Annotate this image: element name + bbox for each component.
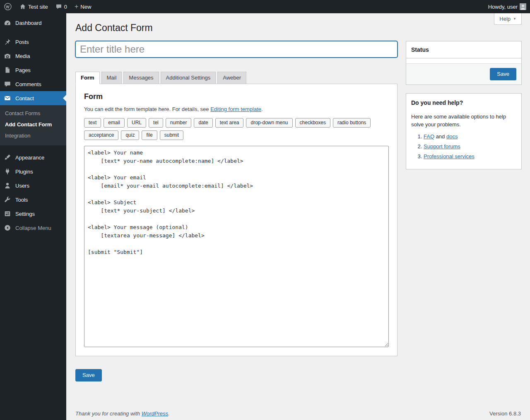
admin-sidebar: Dashboard Posts Media: [0, 13, 66, 420]
tab-aweber[interactable]: Aweber: [217, 72, 246, 84]
sidebar-item-label: Plugins: [15, 169, 33, 175]
user-icon: [3, 181, 12, 190]
sidebar-item-pages[interactable]: Pages: [0, 63, 66, 77]
help-list-item-text: and: [434, 133, 446, 140]
site-name-label: Test site: [28, 4, 48, 10]
sidebar-item-comments[interactable]: Comments: [0, 77, 66, 91]
tab-mail[interactable]: Mail: [101, 72, 122, 84]
home-icon: [19, 3, 26, 10]
howdy-label: Howdy, user: [488, 4, 518, 10]
faq-link[interactable]: FAQ: [424, 133, 434, 140]
admin-bar: Test site 0 + New Howdy, user: [0, 0, 530, 13]
form-panel-description: You can edit the form template here. For…: [84, 106, 389, 112]
wordpress-link[interactable]: WordPress: [142, 410, 168, 417]
help-box-list: FAQ and docs Support forums Professional…: [411, 133, 516, 160]
comment-icon: [3, 80, 12, 88]
sidebar-item-plugins[interactable]: Plugins: [0, 164, 66, 179]
sidebar-item-label: Users: [15, 183, 29, 189]
help-button[interactable]: Help ▼: [494, 13, 522, 25]
help-list-item: Support forums: [424, 142, 516, 150]
tab-form[interactable]: Form: [75, 72, 100, 84]
comment-bubble-icon: [55, 3, 62, 10]
tag-button-number[interactable]: number: [166, 118, 192, 128]
save-button[interactable]: Save: [75, 369, 102, 381]
plug-icon: [3, 167, 12, 176]
tag-button-text[interactable]: text: [84, 118, 101, 128]
footer-thanks: Thank you for creating with WordPress.: [75, 410, 170, 417]
sidebar-item-dashboard[interactable]: Dashboard: [0, 16, 66, 30]
sidebar-item-label: Tools: [15, 197, 28, 203]
brush-icon: [3, 153, 12, 162]
tag-button-tel[interactable]: tel: [149, 118, 163, 128]
tag-button-drop-down-menu[interactable]: drop-down menu: [246, 118, 292, 128]
sidebar-item-appearance[interactable]: Appearance: [0, 150, 66, 164]
sidebar-item-settings[interactable]: Settings: [0, 207, 66, 221]
description-text: You can edit the form template here. For…: [84, 106, 210, 112]
submenu-item-integration[interactable]: Integration: [0, 130, 66, 141]
form-template-textarea[interactable]: <label> Your name [text* your-name autoc…: [84, 146, 389, 347]
settings-icon: [3, 210, 12, 218]
form-panel-heading: Form: [84, 92, 389, 101]
support-forums-link[interactable]: Support forums: [424, 143, 460, 150]
sidebar-item-media[interactable]: Media: [0, 49, 66, 63]
comments-button[interactable]: 0: [52, 0, 71, 13]
new-content-button[interactable]: + New: [71, 0, 95, 13]
docs-link[interactable]: docs: [446, 133, 458, 140]
site-name-button[interactable]: Test site: [16, 0, 52, 13]
tag-button-quiz[interactable]: quiz: [121, 130, 139, 140]
help-list-item: Professional services: [424, 152, 516, 160]
tag-button-url[interactable]: URL: [127, 118, 146, 128]
sidebar-item-label: Media: [15, 53, 30, 59]
collapse-menu-button[interactable]: Collapse Menu: [0, 221, 66, 235]
pushpin-icon: [3, 38, 12, 46]
status-box-title: Status: [406, 41, 521, 58]
tag-button-text-area[interactable]: text area: [215, 118, 244, 128]
sidebar-item-users[interactable]: Users: [0, 179, 66, 193]
tag-button-radio-buttons[interactable]: radio buttons: [333, 118, 371, 128]
help-label: Help: [499, 16, 511, 22]
status-box-actions: Save: [406, 63, 521, 84]
tag-button-acceptance[interactable]: acceptance: [84, 130, 118, 140]
sidebar-item-tools[interactable]: Tools: [0, 193, 66, 207]
editor-tabs: Form Mail Messages Additional Settings A…: [75, 72, 398, 84]
tag-button-date[interactable]: date: [194, 118, 212, 128]
status-save-button[interactable]: Save: [490, 68, 516, 80]
sidebar-item-label: Posts: [15, 39, 29, 45]
plus-icon: +: [75, 3, 78, 10]
editing-form-template-link[interactable]: Editing form template: [210, 106, 261, 112]
collapse-icon: [3, 224, 12, 232]
sidebar-item-label: Dashboard: [15, 20, 42, 26]
submenu-item-contact-forms[interactable]: Contact Forms: [0, 108, 66, 119]
title-input[interactable]: [75, 41, 398, 58]
tag-button-submit[interactable]: submit: [160, 130, 183, 140]
tag-button-file[interactable]: file: [142, 130, 157, 140]
help-list-item: FAQ and docs: [424, 133, 516, 140]
sidebar-item-label: Settings: [15, 211, 35, 217]
menu-separator: [0, 30, 66, 35]
help-box: Do you need help? Here are some availabl…: [406, 93, 522, 169]
wrench-icon: [3, 196, 12, 204]
wordpress-logo-button[interactable]: [0, 0, 16, 13]
form-panel: Form You can edit the form template here…: [75, 84, 398, 356]
tab-messages[interactable]: Messages: [123, 72, 159, 84]
submenu-item-add-contact-form[interactable]: Add Contact Form: [0, 119, 66, 130]
tag-button-email[interactable]: email: [104, 118, 125, 128]
professional-services-link[interactable]: Professional services: [424, 153, 475, 159]
sidebar-item-contact[interactable]: Contact: [0, 91, 66, 105]
tag-button-checkboxes[interactable]: checkboxes: [295, 118, 330, 128]
admin-footer: Thank you for creating with WordPress. V…: [66, 406, 530, 420]
tab-additional-settings[interactable]: Additional Settings: [161, 72, 216, 84]
sidebar-item-label: Appearance: [15, 154, 44, 161]
sidebar-item-posts[interactable]: Posts: [0, 35, 66, 49]
status-box: Status Save: [406, 41, 522, 85]
menu-separator: [0, 145, 66, 150]
dashboard-icon: [3, 19, 12, 27]
new-label: New: [80, 4, 91, 10]
help-box-intro: Here are some available options to help …: [411, 113, 516, 128]
avatar: [520, 3, 526, 10]
page-title: Add Contact Form: [75, 22, 522, 34]
account-menu[interactable]: Howdy, user: [484, 3, 530, 10]
contact-submenu: Contact Forms Add Contact Form Integrati…: [0, 105, 66, 145]
page-icon: [3, 66, 12, 74]
footer-thanks-text: Thank you for creating with: [75, 410, 142, 417]
